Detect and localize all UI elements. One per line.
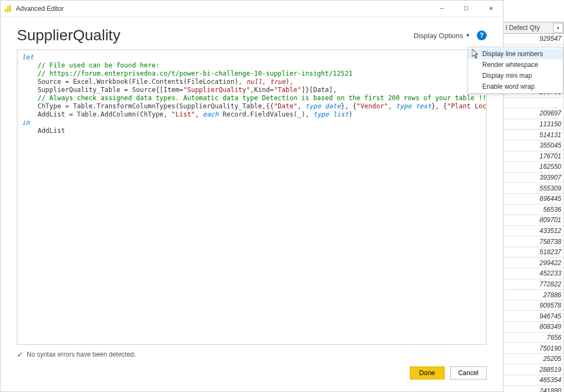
code-comment: // Always check assigned data types. Aut…: [38, 94, 487, 102]
code-type: type date: [305, 102, 341, 110]
code-comment: // https://forum.enterprisedna.co/t/powe…: [38, 70, 353, 77]
grid-cell[interactable]: 452233: [503, 268, 564, 279]
code-text: ,: [195, 111, 203, 118]
grid-cell[interactable]: 27886: [503, 290, 564, 301]
code-text: ),: [286, 78, 293, 85]
grid-cell[interactable]: 758738: [503, 236, 564, 247]
grid-cell[interactable]: 288519: [503, 364, 564, 375]
code-type: type text: [396, 102, 431, 110]
column-dropdown-icon[interactable]: ▾: [553, 23, 563, 33]
grid-cell[interactable]: 176701: [503, 151, 564, 162]
grid-cell[interactable]: 929547: [503, 34, 564, 45]
menu-item-line-numbers[interactable]: Display line numbers: [468, 48, 563, 59]
grid-cell[interactable]: 772822: [503, 279, 564, 290]
grid-cell[interactable]: [503, 98, 564, 109]
done-button[interactable]: Done: [410, 366, 445, 379]
check-icon: ✓: [17, 350, 23, 359]
display-options-button[interactable]: Display Options ▼: [414, 32, 470, 40]
code-string: "List": [172, 111, 195, 118]
close-button[interactable]: ✕: [478, 1, 503, 16]
code-type: type list: [313, 111, 349, 118]
query-name: SupplierQuality: [17, 27, 414, 44]
code-string: "Vendor": [356, 102, 388, 110]
grid-cell[interactable]: 25205: [503, 354, 564, 365]
status-bar: ✓ No syntax errors have been detected.: [17, 347, 487, 362]
grid-cell[interactable]: 514131: [503, 130, 564, 140]
code-text: ChType = Table.TransformColumnTypes(Supp…: [38, 102, 274, 110]
menu-item-whitespace[interactable]: Render whitespace: [468, 59, 563, 70]
code-editor[interactable]: let // File used can be found here: // h…: [17, 50, 487, 345]
code-text: ,Kind=: [250, 86, 274, 94]
code-true: true: [270, 78, 286, 85]
help-icon[interactable]: ?: [477, 30, 487, 40]
grid-cell[interactable]: 465354: [503, 375, 564, 386]
code-text: ,: [262, 78, 270, 85]
code-text: SupplierQuality_Table = Source{[Item=: [38, 86, 183, 94]
grid-cell[interactable]: 518237: [503, 247, 564, 258]
display-options-label: Display Options: [414, 32, 463, 40]
grid-cell[interactable]: 433512: [503, 226, 564, 237]
grid-cell[interactable]: 696445: [503, 194, 564, 205]
grid-cell[interactable]: 209697: [503, 108, 564, 119]
svg-rect-2: [9, 5, 11, 12]
code-text: ,: [388, 102, 396, 110]
code-text: ): [349, 111, 353, 118]
grid-cell[interactable]: 355045: [503, 140, 564, 151]
dialog-buttons: Done Cancel: [17, 362, 487, 386]
app-icon: [4, 4, 13, 13]
code-string: "SupplierQuality": [183, 86, 250, 94]
grid-cell[interactable]: 241880: [503, 386, 564, 392]
grid-cell[interactable]: 113150: [503, 119, 564, 130]
code-string: "Table": [274, 86, 301, 94]
cancel-button[interactable]: Cancel: [450, 366, 487, 379]
column-header-defect-qty[interactable]: l Defect Qty ▾: [503, 22, 564, 34]
grid-cell[interactable]: 750190: [503, 343, 564, 354]
code-text: ,: [298, 102, 305, 110]
code-keyword: let: [22, 53, 34, 61]
grid-cell[interactable]: 946745: [503, 311, 564, 322]
grid-cell[interactable]: 56536: [503, 205, 564, 216]
grid-cell[interactable]: 809701: [503, 215, 564, 226]
svg-rect-0: [5, 9, 7, 12]
code-text: ]}[Data],: [301, 86, 337, 94]
code-text: Source = Excel.Workbook(File.Contents(Fi…: [38, 78, 246, 85]
chevron-down-icon: ▼: [465, 33, 470, 38]
svg-rect-1: [7, 7, 9, 12]
grid-cell[interactable]: 555309: [503, 183, 564, 194]
menu-item-minimap[interactable]: Display mini map: [468, 70, 563, 81]
grid-cell[interactable]: 162550: [503, 162, 564, 173]
code-comment: // File used can be found here:: [38, 62, 160, 69]
code-keyword: each: [203, 111, 219, 118]
header-row: SupplierQuality Display Options ▼ ?: [17, 27, 487, 44]
minimize-button[interactable]: ─: [429, 1, 454, 16]
advanced-editor-window: Advanced Editor ─ ☐ ✕ SupplierQuality Di…: [0, 0, 504, 392]
grid-cell[interactable]: 909578: [503, 301, 564, 311]
column-header-label: l Defect Qty: [506, 24, 540, 32]
code-text: }, {: [431, 102, 447, 110]
code-text: }, {: [341, 102, 356, 110]
status-message: No syntax errors have been detected.: [27, 351, 136, 358]
code-string: "Plant Location": [447, 102, 487, 110]
code-text: AddList: [38, 127, 65, 134]
code-text: Record.FieldValues(_),: [219, 111, 313, 118]
code-string: "Date": [274, 102, 297, 110]
titlebar: Advanced Editor ─ ☐ ✕: [1, 1, 503, 17]
code-keyword: in: [22, 119, 29, 126]
display-options-menu: Display line numbers Render whitespace D…: [468, 47, 563, 94]
grid-cell[interactable]: 808349: [503, 322, 564, 333]
grid-cell[interactable]: 393907: [503, 173, 564, 183]
editor-content: SupplierQuality Display Options ▼ ? let …: [1, 17, 503, 391]
code-text: AddList = Table.AddColumn(ChType,: [38, 111, 172, 118]
window-controls: ─ ☐ ✕: [429, 1, 503, 16]
window-title: Advanced Editor: [16, 5, 429, 13]
grid-cell[interactable]: 299422: [503, 258, 564, 268]
maximize-button[interactable]: ☐: [454, 1, 478, 16]
menu-item-wordwrap[interactable]: Enable word wrap: [468, 81, 563, 92]
code-null: null: [246, 78, 262, 85]
grid-cell[interactable]: 7656: [503, 333, 564, 344]
